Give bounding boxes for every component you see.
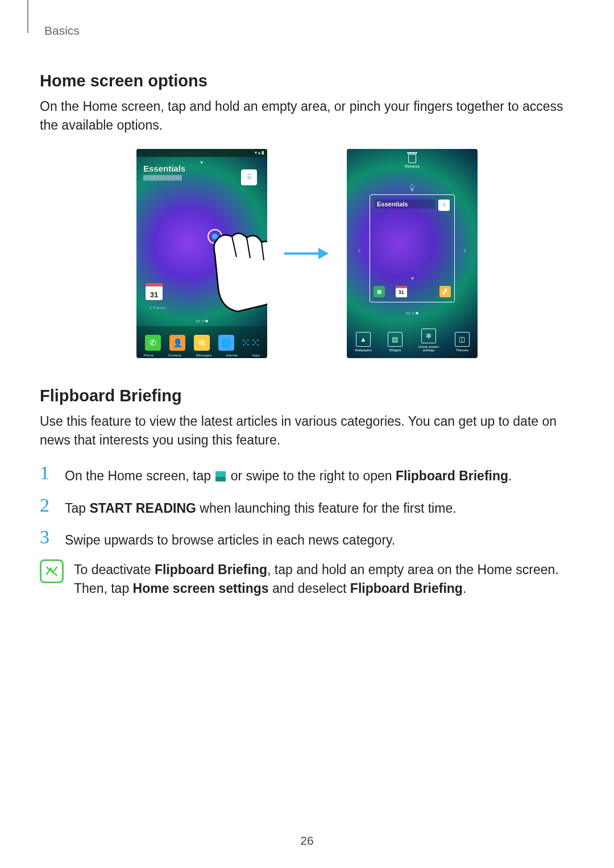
figure-home-screen-options: ▾ ▴ ▮ ♥ Essentials ████████████ ⠿ 31 S P…: [40, 149, 574, 358]
apps-icon: ⁙⁙: [243, 335, 259, 351]
note-text-d: and deselect: [269, 581, 350, 596]
note-text-e: .: [463, 581, 466, 596]
messages-icon: ✉: [194, 335, 210, 351]
step-1: 1 On the Home screen, tap or swipe to th…: [40, 463, 574, 485]
heart-icon: ♥: [410, 187, 413, 193]
apps-grid-icon: ⠿: [241, 169, 257, 185]
screenshot-home-edit-mode: Remove ⌂ ‹ › ♥ Essentials ⠿ ▾ ▦ 31 ▞ ▭ ⌂…: [347, 149, 478, 358]
note-bold-3: Flipboard Briefing: [350, 581, 463, 596]
note-text-a: To deactivate: [74, 562, 155, 577]
down-arrow-icon: ▾: [411, 275, 414, 281]
contacts-icon: 👤: [169, 335, 185, 351]
note-block: To deactivate Flipboard Briefing, tap an…: [40, 559, 574, 599]
trash-icon: [408, 154, 416, 163]
apps-grid-mini-icon: ⠿: [438, 200, 450, 211]
widgets-icon: ▤: [388, 332, 403, 347]
widget-mini-icon: ▦: [374, 286, 385, 297]
page-number: 26: [0, 834, 614, 848]
hand-touch-illustration: [205, 226, 267, 317]
section-flipboard-body: Use this feature to view the latest arti…: [40, 412, 574, 450]
step-1-text-a: On the Home screen, tap: [65, 468, 214, 483]
remove-bar: Remove: [347, 149, 478, 174]
note-bold-2: Home screen settings: [133, 581, 269, 596]
remove-label: Remove: [405, 164, 420, 168]
screenshot-home-screen: ▾ ▴ ▮ ♥ Essentials ████████████ ⠿ 31 S P…: [136, 149, 267, 358]
caret-left-icon: ‹: [358, 246, 361, 255]
wallpapers-label: Wallpapers: [355, 348, 372, 352]
dock-labels: Phone Contacts Messages Internet Apps: [136, 354, 267, 357]
step-1-bold: Flipboard Briefing: [396, 468, 508, 483]
step-3: 3 Swipe upwards to browse articles in ea…: [40, 528, 574, 549]
step-number: 1: [40, 463, 55, 483]
svg-point-1: [212, 234, 218, 239]
section-home-screen-options-title: Home screen options: [40, 72, 574, 90]
widgets-label: Widgets: [389, 348, 401, 352]
step-number: 2: [40, 496, 55, 515]
themes-icon: ◫: [455, 332, 470, 347]
edit-options-row: ▲ Wallpapers ▤ Widgets ✻ Home screen set…: [347, 329, 478, 352]
page-indicator: ▭ ⌂ ■: [136, 317, 267, 325]
svg-point-0: [208, 230, 222, 243]
step-1-text-b: or swipe to the right to open: [227, 468, 396, 483]
step-1-text-c: .: [508, 468, 512, 483]
step-2-bold: START READING: [89, 501, 196, 516]
step-2-text-b: when launching this feature for the firs…: [196, 501, 457, 516]
themes-label: Themes: [456, 348, 468, 352]
gallery-mini-icon: ▞: [439, 286, 451, 297]
essentials-subtitle: ████████████: [143, 175, 182, 180]
step-2-text-a: Tap: [65, 501, 89, 516]
essentials-label: Essentials: [143, 164, 185, 173]
heart-icon: ♥: [200, 159, 204, 165]
calendar-mini-icon: 31: [396, 286, 407, 297]
flipboard-tile-icon: [215, 471, 226, 481]
note-icon: [40, 559, 64, 583]
settings-icon: ✻: [421, 329, 436, 343]
page-indicator: ▭ ⌂ ■: [347, 310, 478, 315]
home-panel-preview: ♥ Essentials ⠿ ▾ ▦ 31 ▞: [370, 194, 455, 302]
status-bar: ▾ ▴ ▮: [136, 149, 267, 157]
essentials-mini-label: Essentials: [375, 200, 435, 209]
step-number: 3: [40, 528, 55, 547]
section-home-screen-options-body: On the Home screen, tap and hold an empt…: [40, 97, 574, 135]
header-rule: [27, 0, 28, 33]
step-2: 2 Tap START READING when launching this …: [40, 496, 574, 517]
arrow-right-icon: [284, 242, 330, 265]
calendar-icon: 31: [146, 283, 163, 300]
wallpapers-icon: ▲: [356, 332, 371, 347]
step-3-text: Swipe upwards to browse articles in each…: [65, 528, 395, 549]
note-bold-1: Flipboard Briefing: [155, 562, 267, 577]
internet-icon: 🌐: [218, 335, 234, 351]
caret-right-icon: ›: [463, 246, 466, 255]
settings-label: Home screen settings: [418, 345, 439, 352]
phone-icon: ✆: [145, 335, 161, 351]
app-row-labels: S PlannerGallery: [136, 306, 267, 310]
breadcrumb: Basics: [44, 24, 574, 38]
section-flipboard-title: Flipboard Briefing: [40, 387, 574, 405]
